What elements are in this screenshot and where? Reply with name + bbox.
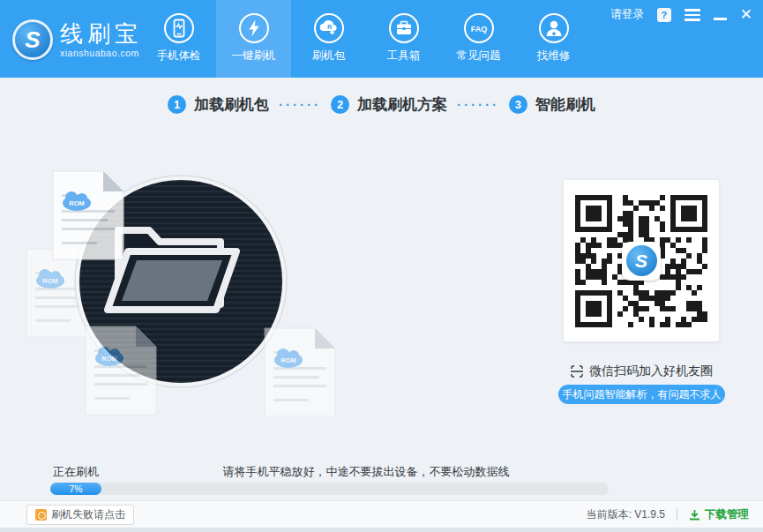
qr-card: S [564, 180, 719, 341]
progress-fill: 7% [50, 483, 101, 495]
lightning-icon [238, 12, 270, 44]
qr-slogan-pill[interactable]: 手机问题智能解析，有问题不求人 [558, 385, 725, 404]
window-controls: 请登录 ? ✕ [610, 6, 752, 24]
step-1-label: 加载刷机包 [194, 94, 269, 115]
footer-divider [677, 508, 677, 521]
brand-name: 线刷宝 [60, 21, 142, 46]
app-window: S 线刷宝 xianshuabao.com 手机体检 [0, 0, 763, 532]
help-icon[interactable]: ? [657, 8, 671, 22]
step-dots: ······ [279, 97, 321, 112]
progress-status: 正在刷机 [53, 464, 99, 480]
faq-icon: FAQ [463, 12, 495, 44]
qr-caption-text: 微信扫码加入好机友圈 [589, 363, 713, 379]
download-manager-link[interactable]: 下载管理 [689, 507, 749, 522]
window-bottom-edge [0, 528, 763, 532]
svg-text:FAQ: FAQ [470, 25, 487, 34]
nav-label: 刷机包 [312, 49, 346, 64]
header: S 线刷宝 xianshuabao.com 手机体检 [0, 0, 763, 78]
lifebuoy-icon [35, 509, 47, 521]
nav-item-faq[interactable]: FAQ 常见问题 [441, 0, 516, 78]
close-icon[interactable]: ✕ [740, 7, 752, 23]
scan-icon [570, 364, 584, 378]
nav-item-phone-check[interactable]: 手机体检 [141, 0, 216, 78]
nav-item-toolbox[interactable]: 工具箱 [366, 0, 441, 78]
minimize-icon[interactable] [714, 7, 727, 23]
download-manager-label: 下载管理 [705, 507, 749, 522]
step-2-label: 加载刷机方案 [357, 94, 447, 115]
flash-failed-label: 刷机失败请点击 [51, 507, 125, 522]
nav-item-one-key-flash[interactable]: 一键刷机 [216, 0, 291, 78]
download-icon [689, 509, 700, 521]
flash-failed-button[interactable]: 刷机失败请点击 [26, 505, 134, 525]
step-indicator: 1 加载刷机包 ······ 2 加载刷机方案 ······ 3 智能刷机 [0, 85, 763, 124]
step-dots: ······ [457, 97, 499, 112]
step-3-circle: 3 [509, 95, 527, 114]
step-1-circle: 1 [168, 95, 186, 114]
login-link[interactable]: 请登录 [610, 7, 644, 22]
phone-check-icon [163, 12, 195, 44]
nav-label: 一键刷机 [232, 49, 276, 64]
brand-domain: xianshuabao.com [60, 48, 142, 58]
repair-person-icon [538, 12, 570, 44]
step-3-label: 智能刷机 [535, 94, 595, 115]
qr-center-logo: S [622, 242, 661, 281]
menu-icon[interactable] [684, 6, 700, 24]
footer-bar: 刷机失败请点击 当前版本: V1.9.5 下载管理 [0, 500, 763, 528]
nav-label: 工具箱 [387, 49, 421, 64]
progress-instruction: 请将手机平稳放好，中途不要拔出设备，不要松动数据线 [223, 464, 510, 480]
toolbox-icon [388, 12, 420, 44]
nav-item-find-repair[interactable]: 找维修 [516, 0, 591, 78]
flashing-illustration: ROM [19, 161, 355, 416]
progress-bar: 7% [50, 483, 609, 495]
nav-label: 找维修 [537, 49, 571, 64]
rom-cloud-icon: R [313, 12, 345, 44]
nav-item-rom-package[interactable]: R 刷机包 [291, 0, 366, 78]
version-label: 当前版本: V1.9.5 [587, 507, 665, 522]
nav-label: 手机体检 [157, 49, 201, 64]
qr-code: S [575, 195, 707, 327]
main-nav: 手机体检 一键刷机 R 刷机包 [141, 0, 591, 78]
folder-icon [108, 230, 236, 310]
progress-percent: 7% [69, 483, 82, 494]
brand-logo: S 线刷宝 xianshuabao.com [12, 19, 142, 60]
step-2-circle: 2 [331, 95, 349, 114]
qr-caption: 微信扫码加入好机友圈 [564, 363, 719, 379]
nav-label: 常见问题 [457, 49, 501, 64]
brand-logo-icon: S [12, 19, 53, 60]
